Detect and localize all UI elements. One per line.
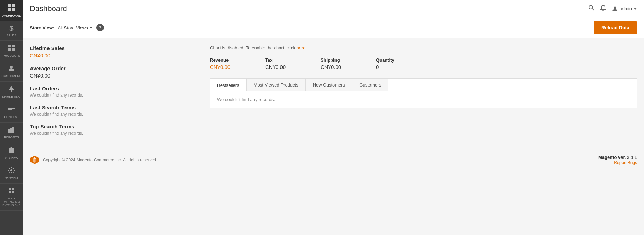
- reload-data-button[interactable]: Reload Data: [594, 21, 637, 34]
- sidebar-item-marketing[interactable]: MARKETING: [0, 82, 23, 102]
- quantity-label: Quantity: [376, 57, 418, 63]
- notification-icon[interactable]: [600, 4, 606, 12]
- magento-logo: [30, 155, 39, 165]
- lifetime-sales-value: CN¥0.00: [30, 53, 203, 58]
- svg-point-20: [10, 169, 12, 171]
- topbar-actions: admin: [588, 4, 637, 12]
- help-icon[interactable]: ?: [96, 24, 104, 31]
- topbar: Dashboard admin: [23, 0, 644, 17]
- report-bugs-link[interactable]: Report Bugs: [614, 160, 637, 165]
- tab-most-viewed-products[interactable]: Most Viewed Products: [247, 79, 306, 91]
- svg-point-27: [614, 6, 616, 9]
- extensions-icon: [8, 187, 15, 196]
- metric-shipping: Shipping CN¥0.00: [321, 57, 362, 70]
- tab-empty-message: We couldn't find any records.: [217, 97, 275, 102]
- tabs-container: Bestsellers Most Viewed Products New Cus…: [210, 78, 637, 108]
- svg-rect-19: [10, 151, 12, 153]
- top-search-terms-empty: We couldn't find any records.: [30, 131, 203, 136]
- top-search-terms-section: Top Search Terms We couldn't find any re…: [30, 124, 203, 136]
- admin-username: admin: [620, 6, 632, 11]
- customers-icon: [8, 65, 15, 73]
- average-order-title: Average Order: [30, 65, 203, 71]
- svg-point-8: [10, 66, 13, 69]
- content-icon: [8, 106, 15, 114]
- store-view-left: Store View: All Store Views ?: [30, 24, 104, 31]
- metrics-row: Revenue CN¥0.00 Tax CN¥0.00 Shipping CN¥…: [210, 57, 637, 70]
- sidebar-item-customers[interactable]: CUSTOMERS: [0, 61, 23, 82]
- last-orders-empty: We couldn't find any records.: [30, 93, 203, 98]
- sidebar-reports-label: REPORTS: [4, 136, 19, 139]
- lifetime-sales-section: Lifetime Sales CN¥0.00: [30, 45, 203, 58]
- sidebar-item-sales[interactable]: $ SALES: [0, 21, 23, 41]
- svg-rect-0: [8, 4, 11, 7]
- store-view-value: All Store Views: [58, 25, 88, 30]
- store-view-select[interactable]: All Store Views: [58, 25, 93, 30]
- footer-left: Copyright © 2024 Magento Commerce Inc. A…: [30, 155, 157, 165]
- sidebar-item-reports[interactable]: REPORTS: [0, 123, 23, 143]
- last-orders-section: Last Orders We couldn't find any records…: [30, 85, 203, 98]
- svg-rect-6: [8, 48, 11, 51]
- svg-rect-12: [8, 108, 15, 109]
- sidebar-item-content[interactable]: CONTENT: [0, 102, 23, 123]
- search-icon[interactable]: [588, 4, 594, 12]
- svg-rect-21: [9, 188, 11, 190]
- chart-enable-link[interactable]: here: [297, 45, 306, 51]
- content-area: Store View: All Store Views ? Reload Dat…: [23, 17, 644, 235]
- svg-rect-14: [8, 111, 11, 111]
- quantity-value: 0: [376, 64, 418, 70]
- svg-rect-23: [9, 191, 11, 193]
- sidebar-item-stores[interactable]: STORES: [0, 143, 23, 163]
- average-order-value: CN¥0.00: [30, 73, 203, 79]
- dashboard-body: Lifetime Sales CN¥0.00 Average Order CN¥…: [23, 38, 644, 150]
- last-search-terms-title: Last Search Terms: [30, 105, 203, 110]
- sidebar-sales-label: SALES: [6, 34, 16, 37]
- footer: Copyright © 2024 Magento Commerce Inc. A…: [23, 150, 644, 170]
- sidebar-item-system[interactable]: SYSTEM: [0, 163, 23, 184]
- right-panel: Chart is disabled. To enable the chart, …: [210, 45, 637, 143]
- svg-rect-17: [12, 127, 14, 133]
- footer-right: Magento ver. 2.1.1 Report Bugs: [598, 155, 637, 165]
- magento-version: Magento ver. 2.1.1: [598, 155, 637, 160]
- svg-rect-4: [8, 45, 11, 47]
- tab-new-customers[interactable]: New Customers: [306, 79, 352, 91]
- system-icon: [8, 167, 15, 175]
- svg-marker-9: [9, 86, 14, 90]
- copyright-text: Copyright © 2024 Magento Commerce Inc. A…: [43, 157, 157, 162]
- svg-point-25: [589, 5, 593, 9]
- revenue-value: CN¥0.00: [210, 64, 251, 70]
- svg-rect-5: [12, 45, 15, 47]
- svg-rect-22: [12, 188, 14, 190]
- stores-icon: [8, 146, 15, 155]
- sidebar-dashboard-label: DASHBOARD: [1, 14, 21, 17]
- sidebar-stores-label: STORES: [5, 156, 18, 160]
- sidebar-item-dashboard[interactable]: DASHBOARD: [0, 0, 23, 21]
- tax-label: Tax: [265, 57, 307, 63]
- metric-tax: Tax CN¥0.00: [265, 57, 307, 70]
- reports-icon: [8, 126, 15, 135]
- svg-rect-15: [8, 129, 10, 133]
- sidebar-item-extensions[interactable]: FIND PARTNERS & EXTENSIONS: [0, 184, 23, 211]
- sales-icon: $: [9, 25, 13, 33]
- sidebar-products-label: PRODUCTS: [3, 54, 20, 57]
- average-order-section: Average Order CN¥0.00: [30, 65, 203, 79]
- svg-rect-1: [12, 4, 15, 7]
- svg-rect-13: [8, 109, 12, 110]
- sidebar-customers-label: CUSTOMERS: [1, 74, 21, 78]
- tab-customers[interactable]: Customers: [352, 79, 388, 91]
- shipping-label: Shipping: [321, 57, 362, 63]
- sidebar-extensions-label: FIND PARTNERS & EXTENSIONS: [1, 197, 21, 207]
- left-panel: Lifetime Sales CN¥0.00 Average Order CN¥…: [30, 45, 203, 143]
- sidebar-content-label: CONTENT: [4, 115, 19, 119]
- last-search-terms-section: Last Search Terms We couldn't find any r…: [30, 105, 203, 117]
- svg-rect-2: [8, 8, 11, 11]
- sidebar-item-products[interactable]: PRODUCTS: [0, 41, 23, 61]
- revenue-label: Revenue: [210, 57, 251, 63]
- sidebar-system-label: SYSTEM: [5, 177, 18, 180]
- svg-rect-3: [12, 8, 15, 11]
- lifetime-sales-title: Lifetime Sales: [30, 45, 203, 51]
- page-title: Dashboard: [30, 4, 67, 13]
- tab-bestsellers[interactable]: Bestsellers: [210, 79, 247, 91]
- admin-user-menu[interactable]: admin: [612, 6, 637, 12]
- marketing-icon: [8, 85, 15, 94]
- dashboard-icon: [8, 3, 15, 13]
